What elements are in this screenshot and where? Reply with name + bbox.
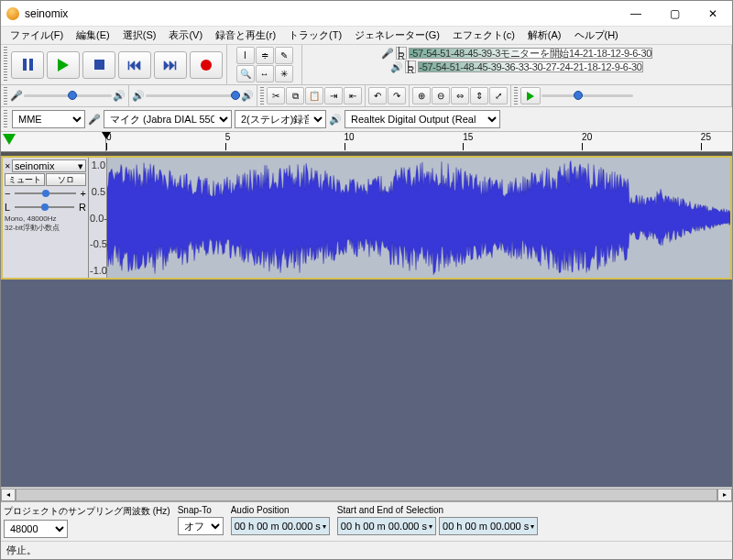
record-volume-slider[interactable] [24, 94, 112, 97]
record-meter[interactable]: -57-54-51-48-45-39-3モニターを開始14-21-18-12-9… [409, 48, 652, 59]
maximize-button[interactable]: ▢ [655, 1, 694, 26]
scroll-left-button[interactable]: ◂ [1, 489, 16, 501]
playhead-pin-icon[interactable] [3, 134, 16, 145]
menubar: ファイル(F)編集(E)選択(S)表示(V)録音と再生(r)トラック(T)ジェネ… [1, 27, 732, 45]
playback-meter[interactable]: -57-54-51-48-45-39-36-33-30-27-24-21-18-… [418, 61, 642, 72]
timeline-ruler[interactable]: 0510152025 [1, 132, 732, 152]
selection-end-input[interactable]: 00 h 00 m 00.000 s▾ [439, 517, 538, 535]
multi-tool-button[interactable]: ✳ [275, 65, 293, 82]
speaker-max-icon: 🔊 [241, 90, 254, 102]
record-volume-toolbar: 🎤 🔊 [1, 85, 129, 106]
paste-button[interactable]: 📋 [305, 87, 323, 104]
undo-button[interactable]: ↶ [368, 87, 387, 104]
play-volume-slider[interactable] [146, 94, 240, 97]
skip-start-button[interactable]: ⏮ [118, 51, 151, 79]
undo-toolbar: ↶ ↷ [366, 85, 410, 106]
zoom-toolbar: ⊕ ⊖ ⇔ ⇕ ⤢ [410, 85, 511, 106]
selection-bar: プロジェクトのサンプリング周波数 (Hz) 48000 Snap-To オフ A… [1, 501, 732, 541]
zoom-toggle-button[interactable]: ⤢ [489, 87, 508, 104]
audio-track[interactable]: ✕ seinomix▾ ミュート ソロ −+ LR Mono, 48000Hz … [1, 156, 732, 280]
fit-project-button[interactable]: ⇕ [470, 87, 488, 104]
waveform-display[interactable] [107, 158, 730, 278]
silence-button[interactable]: ⇤ [344, 87, 362, 104]
selection-label: Start and End of Selection [337, 505, 729, 515]
solo-button[interactable]: ソロ [46, 173, 86, 186]
menu-item[interactable]: エフェクト(c) [447, 27, 520, 44]
track-area: ✕ seinomix▾ ミュート ソロ −+ LR Mono, 48000Hz … [1, 156, 732, 501]
speaker-icon: 🔊 [329, 114, 342, 126]
track-bitdepth-label: 32-bit浮動小数点 [5, 224, 86, 232]
menu-item[interactable]: 選択(S) [117, 27, 162, 44]
skip-end-button[interactable]: ⏭ [154, 51, 187, 79]
zoom-tool-button[interactable]: 🔍 [236, 65, 255, 82]
record-device-select[interactable]: マイク (Jabra DIAL 550) [104, 110, 232, 128]
pan-slider[interactable] [15, 203, 74, 212]
selection-tool-button[interactable]: I [236, 47, 255, 64]
status-bar: 停止。 [1, 541, 732, 559]
tools-toolbar: I ≑ ✎ 🔍 ↔ ✳ [227, 45, 302, 84]
audio-host-select[interactable]: MME [12, 110, 85, 128]
cut-button[interactable]: ✂ [267, 87, 285, 104]
speaker-icon: 🔊 [390, 61, 403, 73]
trim-button[interactable]: ⇥ [324, 87, 343, 104]
audio-position-input[interactable]: 00 h 00 m 00.000 s▾ [231, 517, 330, 535]
window-title: seinomix [25, 7, 617, 20]
titlebar: seinomix — ▢ ✕ [1, 1, 732, 27]
zoom-in-button[interactable]: ⊕ [412, 87, 431, 104]
fit-selection-button[interactable]: ⇔ [451, 87, 469, 104]
toolbars: ⏮ ⏭ I ≑ ✎ 🔍 ↔ ✳ 🎤 LR -57-54-51-48-45-39-… [1, 45, 732, 107]
track-name-dropdown[interactable]: seinomix▾ [12, 159, 86, 172]
app-icon [6, 7, 19, 20]
stop-button[interactable] [82, 51, 115, 79]
amplitude-scale: 1.00.50.0--0.5-1.0 [89, 158, 107, 278]
audio-position-label: Audio Position [231, 505, 330, 515]
menu-item[interactable]: ヘルプ(H) [569, 27, 624, 44]
copy-button[interactable]: ⧉ [286, 87, 304, 104]
mic-icon: 🎤 [88, 114, 101, 126]
timeshift-tool-button[interactable]: ↔ [256, 65, 274, 82]
close-button[interactable]: ✕ [694, 1, 732, 26]
play-button[interactable] [47, 51, 80, 79]
menu-item[interactable]: 録音と再生(r) [210, 27, 281, 44]
redo-button[interactable]: ↷ [388, 87, 406, 104]
device-toolbar: MME 🎤 マイク (Jabra DIAL 550) 2(ステレオ)録音チ 🔊 … [1, 107, 732, 132]
track-control-panel: ✕ seinomix▾ ミュート ソロ −+ LR Mono, 48000Hz … [3, 158, 89, 278]
scroll-right-button[interactable]: ▸ [717, 489, 732, 501]
project-rate-label: プロジェクトのサンプリング周波数 (Hz) [4, 505, 170, 518]
record-channels-select[interactable]: 2(ステレオ)録音チ [235, 110, 326, 128]
menu-item[interactable]: ファイル(F) [5, 27, 69, 44]
menu-item[interactable]: 解析(A) [522, 27, 567, 44]
scroll-handle[interactable] [16, 489, 717, 501]
record-button[interactable] [190, 51, 223, 79]
minimize-button[interactable]: — [617, 1, 655, 26]
envelope-tool-button[interactable]: ≑ [256, 47, 274, 64]
transport-toolbar: ⏮ ⏭ [1, 45, 227, 84]
edit-toolbar: ✂ ⧉ 📋 ⇥ ⇤ [257, 85, 366, 106]
play-speed-toolbar [511, 85, 732, 106]
play-device-select[interactable]: Realtek Digital Output (Real [345, 110, 500, 128]
mute-button[interactable]: ミュート [5, 173, 45, 186]
horizontal-scrollbar[interactable]: ◂ ▸ [1, 487, 732, 501]
menu-item[interactable]: 表示(V) [163, 27, 208, 44]
track-format-label: Mono, 48000Hz [5, 214, 86, 223]
speaker-icon: 🔊 [132, 90, 145, 102]
project-rate-select[interactable]: 48000 [4, 520, 68, 538]
draw-tool-button[interactable]: ✎ [275, 47, 293, 64]
snap-to-label: Snap-To [178, 505, 224, 515]
zoom-out-button[interactable]: ⊖ [432, 87, 450, 104]
snap-to-select[interactable]: オフ [178, 517, 224, 535]
play-speed-slider[interactable] [542, 94, 633, 97]
mic-icon: 🎤 [10, 90, 23, 102]
menu-item[interactable]: 編集(E) [71, 27, 115, 44]
pause-button[interactable] [11, 51, 44, 79]
selection-start-input[interactable]: 00 h 00 m 00.000 s▾ [337, 517, 436, 535]
play-volume-toolbar: 🔊 🔊 [129, 85, 257, 106]
menu-item[interactable]: トラック(T) [283, 27, 347, 44]
play-at-speed-button[interactable] [520, 87, 541, 104]
speaker-icon: 🔊 [113, 90, 126, 102]
gain-slider[interactable] [15, 189, 75, 198]
mic-icon: 🎤 [381, 48, 394, 60]
menu-item[interactable]: ジェネレーター(G) [349, 27, 445, 44]
meters-toolbar: 🎤 LR -57-54-51-48-45-39-3モニターを開始14-21-18… [302, 45, 732, 84]
empty-track-space[interactable] [1, 280, 732, 487]
